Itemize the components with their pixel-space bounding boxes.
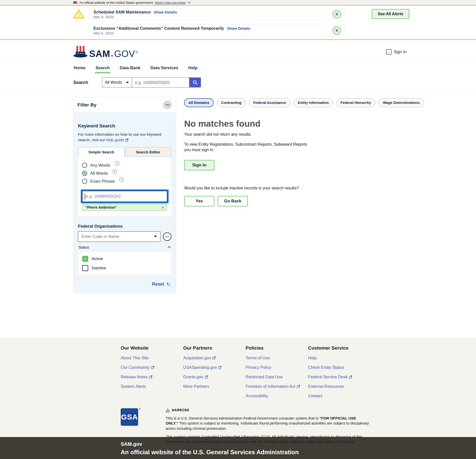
footer-link-label: System Alerts <box>121 384 146 389</box>
nav-item-help[interactable]: Help <box>188 64 198 73</box>
domain-tab-contracting[interactable]: Contracting <box>217 98 246 107</box>
domain-tab-all-domains[interactable]: All Domains <box>184 98 214 107</box>
sam-gov-logo[interactable]: ★ ★ ★ SAM ★ GOV ® <box>73 45 138 58</box>
footer-link[interactable]: External Resources <box>308 384 371 389</box>
help-guide-link[interactable]: help guide <box>106 137 129 143</box>
keyword-search-input[interactable] <box>82 191 167 202</box>
collapse-filters-button[interactable] <box>163 100 172 109</box>
footer-link[interactable]: Federal Service Desk <box>308 375 371 379</box>
sign-in-link[interactable]: ← Sign In <box>386 49 407 55</box>
footer-link[interactable]: More Partners <box>183 384 246 389</box>
radio-exact-phrase[interactable] <box>82 179 87 184</box>
federal-orgs-placeholder: Enter Code or Name <box>81 234 119 239</box>
footer-link[interactable]: Grants.gov <box>183 375 246 379</box>
warning-icon <box>166 409 170 412</box>
minus-icon <box>166 105 169 105</box>
radio-all-words[interactable] <box>82 171 87 176</box>
alert-title: Exclusions “Additional Comments” Content… <box>93 26 224 31</box>
identifier-line: An official website of the U.S. General … <box>121 449 476 456</box>
gsa-logo-text: GSA <box>121 408 138 426</box>
footer-link[interactable]: Terms of Use <box>246 356 308 360</box>
footer-link-label: About This Site <box>121 356 149 360</box>
footer-link-label: Restricted Data Use <box>246 375 283 379</box>
radio-any-words-label: Any Words <box>90 163 110 168</box>
footer-column-policies: Policies Terms of Use Privacy Policy Res… <box>246 345 308 398</box>
filter-title: Filter By <box>77 102 96 108</box>
warning-paragraph-1: This is a U.S. General Services Administ… <box>166 416 369 431</box>
info-icon[interactable]: i <box>115 161 119 166</box>
top-search-input[interactable] <box>132 77 189 87</box>
warning-paragraph-2: This system contains Controlled Unclassi… <box>166 434 369 445</box>
inactive-records-question: Would you like to include inactive recor… <box>184 186 404 190</box>
usa-banner: An official website of the United States… <box>0 0 476 6</box>
footer-link[interactable]: Accessibility <box>246 394 308 398</box>
see-all-alerts-button[interactable]: See All Alerts <box>372 9 409 19</box>
site-footer: Our Website About This Site Our Communit… <box>0 338 476 437</box>
reset-icon[interactable]: ↻ <box>166 281 170 287</box>
nav-item-data-services[interactable]: Data Services <box>150 64 179 73</box>
domain-tab-federal-hierarchy[interactable]: Federal Hierarchy <box>336 98 376 107</box>
info-icon[interactable]: i <box>112 169 117 174</box>
more-options-button[interactable]: ••• <box>163 232 171 241</box>
footer-column-customer-service: Customer Service Help Check Entity Statu… <box>308 345 371 398</box>
footer-link-label: Accessibility <box>246 394 268 398</box>
alert-date: Mar 6, 2026 <box>93 31 330 35</box>
footer-link[interactable]: Restricted Data Use <box>246 375 308 379</box>
footer-link[interactable]: Our Community <box>121 365 183 370</box>
status-section-header[interactable]: Status <box>78 245 171 249</box>
domain-tab-federal-assistance[interactable]: Federal Assistance <box>249 98 290 107</box>
main-content: Filter By Keyword Search For more inform… <box>0 92 476 338</box>
main-nav: Home Search Data Bank Data Services Help <box>0 64 476 73</box>
footer-link[interactable]: Privacy Policy <box>246 365 308 370</box>
external-link-icon <box>297 385 300 388</box>
alert-card: Exclusions “Additional Comments” Content… <box>89 24 345 36</box>
sign-in-icon: ← <box>386 49 392 55</box>
close-icon[interactable]: ✕ <box>333 10 341 18</box>
footer-link[interactable]: System Alerts <box>121 384 183 389</box>
gsa-logo: GSA ® <box>121 408 138 444</box>
sign-in-button[interactable]: Sign In <box>184 160 214 170</box>
external-link-icon <box>212 356 216 360</box>
info-icon[interactable]: i <box>119 177 124 182</box>
footer-link-label: Acquisition.gov <box>183 356 211 360</box>
footer-link[interactable]: Check Entity Status <box>308 365 371 370</box>
nav-item-home[interactable]: Home <box>73 64 86 73</box>
go-back-button[interactable]: Go Back <box>218 196 248 206</box>
alert-show-details-link[interactable]: Show Details <box>154 10 177 14</box>
alert-show-details-link[interactable]: Show Details <box>227 26 250 30</box>
warning-p1-pre: This is a U.S. General Services Administ… <box>166 416 319 420</box>
domain-tab-wage-determinations[interactable]: Wage Determinations <box>379 98 424 107</box>
footer-link[interactable]: Acquisition.gov <box>183 356 246 360</box>
tab-simple-search[interactable]: Simple Search <box>78 147 125 157</box>
search-mode-select[interactable]: All Words <box>102 77 132 87</box>
dropdown-arrow-icon <box>154 236 157 237</box>
radio-any-words[interactable] <box>82 163 87 168</box>
footer-link-label: Check Entity Status <box>308 365 344 370</box>
banner-how-you-know-link[interactable]: Here's how you know <box>155 1 186 4</box>
checkbox-active[interactable]: ✓ <box>82 256 88 262</box>
status-options: ✓ Active Inactive <box>78 252 171 275</box>
brand-text: SAM ★ GOV ® <box>89 49 138 58</box>
reset-filters-button[interactable]: Reset <box>152 282 164 287</box>
checkbox-inactive[interactable] <box>82 265 88 271</box>
no-matches-title: No matches found <box>184 119 404 129</box>
domain-tab-entity-information[interactable]: Entity Information <box>294 98 333 107</box>
footer-link[interactable]: Contact <box>308 394 371 398</box>
chip-close-icon[interactable]: × <box>162 205 164 210</box>
footer-link[interactable]: About This Site <box>121 356 183 360</box>
tab-search-editor[interactable]: Search Editor <box>125 147 171 157</box>
nav-item-search[interactable]: Search <box>95 64 110 73</box>
search-button[interactable] <box>189 77 201 87</box>
federal-orgs-combobox[interactable]: Enter Code or Name <box>78 231 160 242</box>
footer-link[interactable]: USASpending.gov <box>183 365 246 370</box>
alert-title: Scheduled SAM Maintenance <box>93 10 151 14</box>
footer-link[interactable]: Freedom of Information Act <box>246 384 308 389</box>
yes-button[interactable]: Yes <box>184 196 214 206</box>
close-icon[interactable]: ✕ <box>333 26 341 35</box>
footer-link-label: Help <box>308 356 317 360</box>
nav-item-data-bank[interactable]: Data Bank <box>119 64 141 73</box>
footer-link-label: Contact <box>308 394 322 398</box>
footer-link[interactable]: Help <box>308 356 371 360</box>
search-icon <box>192 80 198 85</box>
footer-link[interactable]: Release Notes <box>121 375 183 379</box>
